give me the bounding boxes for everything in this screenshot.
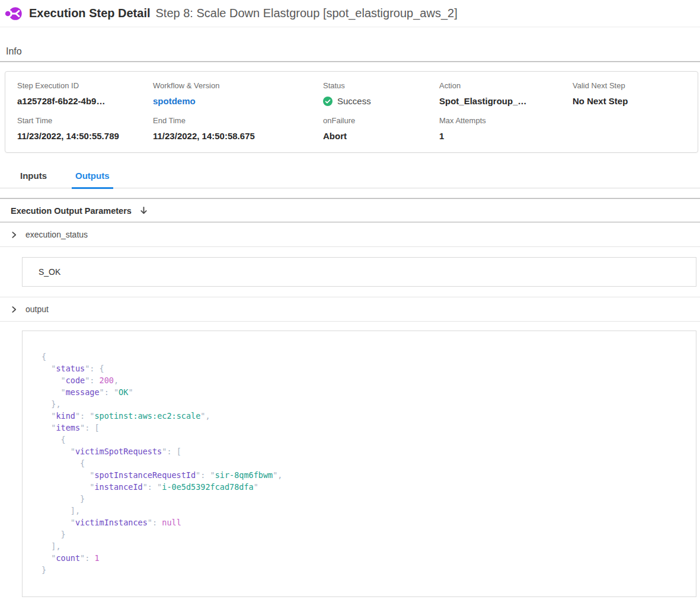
- chevron-right-icon: [10, 306, 18, 313]
- field-label: Step Execution ID: [17, 81, 153, 91]
- field-on-failure: onFailure Abort: [323, 116, 439, 142]
- info-card: Step Execution ID a125728f-6b22-4b9… Wor…: [5, 71, 698, 153]
- outputs-section-title: Execution Output Parameters: [11, 206, 132, 216]
- tab-inputs[interactable]: Inputs: [17, 171, 50, 189]
- field-value: 11/23/2022, 14:50:58.675: [153, 130, 323, 142]
- divider: [0, 321, 700, 322]
- param-row-execution-status[interactable]: execution_status: [0, 223, 700, 246]
- page-subtitle: Step 8: Scale Down Elastgroup [spot_elas…: [156, 7, 458, 20]
- field-label: End Time: [153, 116, 323, 126]
- workflow-link[interactable]: spotdemo: [153, 95, 323, 107]
- tab-bar: Inputs Outputs: [0, 171, 700, 188]
- field-valid-next-step: Valid Next Step No Next Step: [573, 81, 686, 107]
- status-value: Success: [323, 95, 439, 107]
- field-label: Status: [323, 81, 439, 91]
- tab-outputs[interactable]: Outputs: [72, 171, 113, 189]
- param-name: execution_status: [25, 230, 88, 239]
- page-title: Execution Step Detail: [29, 7, 151, 20]
- status-text: Success: [337, 95, 371, 107]
- field-action: Action Spot_Elastigroup_…: [439, 81, 573, 107]
- page-header: Execution Step Detail Step 8: Scale Down…: [0, 0, 700, 27]
- field-value: 11/23/2022, 14:50:55.789: [17, 130, 153, 142]
- success-check-icon: [323, 97, 333, 106]
- field-status: Status Success: [323, 81, 439, 107]
- chevron-right-icon: [10, 231, 18, 239]
- app-logo-icon: [5, 5, 23, 23]
- outputs-section-header: Execution Output Parameters: [0, 199, 700, 222]
- field-empty: [573, 116, 686, 142]
- download-arrow-icon[interactable]: [139, 206, 149, 216]
- field-end-time: End Time 11/23/2022, 14:50:58.675: [153, 116, 323, 142]
- field-label: Workflow & Version: [153, 81, 323, 91]
- field-label: onFailure: [323, 116, 439, 126]
- field-label: Start Time: [17, 116, 153, 126]
- info-section-heading: Info: [6, 46, 700, 57]
- info-card-row-2: Start Time 11/23/2022, 14:50:55.789 End …: [17, 116, 686, 142]
- field-value: Abort: [323, 130, 439, 142]
- field-value: No Next Step: [573, 95, 686, 107]
- field-step-execution-id: Step Execution ID a125728f-6b22-4b9…: [17, 81, 153, 107]
- field-start-time: Start Time 11/23/2022, 14:50:55.789: [17, 116, 153, 142]
- info-divider: [0, 61, 700, 62]
- field-workflow-version: Workflow & Version spotdemo: [153, 81, 323, 107]
- param-row-output[interactable]: output: [0, 297, 700, 321]
- field-label: Action: [439, 81, 573, 91]
- execution-status-value-box: S_OK: [22, 257, 696, 287]
- info-card-row-1: Step Execution ID a125728f-6b22-4b9… Wor…: [17, 81, 686, 107]
- field-value: a125728f-6b22-4b9…: [17, 95, 153, 107]
- divider: [0, 246, 700, 247]
- field-label: Valid Next Step: [573, 81, 686, 91]
- field-value: Spot_Elastigroup_…: [439, 95, 573, 107]
- field-label: Max Attempts: [439, 116, 573, 126]
- param-name: output: [25, 304, 49, 314]
- field-value: 1: [439, 130, 573, 142]
- output-json-viewer: { "status": { "code": 200, "message": "O…: [23, 331, 696, 596]
- field-max-attempts: Max Attempts 1: [439, 116, 573, 142]
- output-json-box: { "status": { "code": 200, "message": "O…: [22, 331, 696, 597]
